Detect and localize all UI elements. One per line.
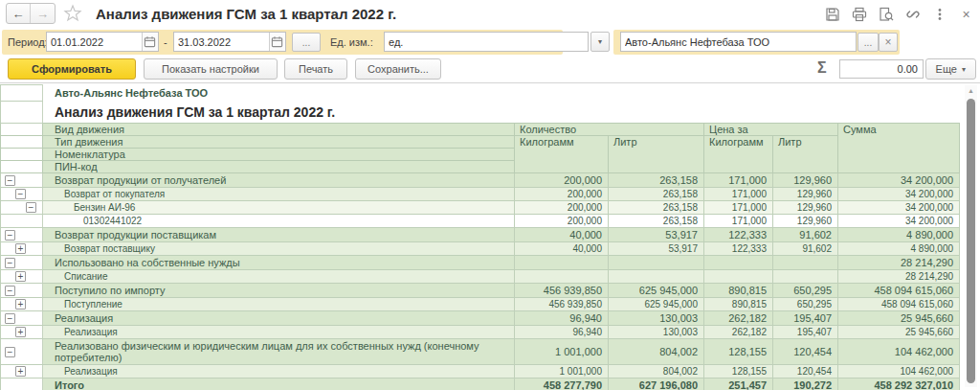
- cell-value[interactable]: 890,815: [704, 284, 773, 298]
- cell-value[interactable]: 1 001,000: [515, 365, 609, 379]
- cell-value[interactable]: 650,295: [773, 298, 838, 311]
- row-label[interactable]: Реализация: [43, 311, 515, 326]
- cell-value[interactable]: 262,182: [704, 311, 773, 326]
- print-button[interactable]: Печать: [284, 58, 347, 80]
- cell-value[interactable]: 96,940: [515, 311, 609, 326]
- cell-value[interactable]: 458 094 615,060: [838, 284, 960, 298]
- collapse-icon[interactable]: −: [5, 230, 15, 241]
- cell-value[interactable]: 171,000: [704, 188, 773, 201]
- cell-value[interactable]: [515, 256, 609, 270]
- cell-value[interactable]: 804,002: [609, 339, 704, 365]
- cell-value[interactable]: 263,158: [609, 173, 704, 188]
- header-row-label[interactable]: Вид движения: [43, 124, 515, 136]
- unit-input[interactable]: [385, 33, 588, 51]
- cell-value[interactable]: 128,155: [704, 339, 773, 365]
- date-from-input[interactable]: [47, 33, 142, 51]
- collapse-icon[interactable]: −: [5, 175, 15, 186]
- header-qty-litr[interactable]: Литр: [609, 136, 704, 173]
- row-label[interactable]: Поступило по импорту: [43, 284, 515, 298]
- expand-icon[interactable]: +: [15, 243, 26, 254]
- header-price-litr[interactable]: Литр: [773, 136, 838, 173]
- row-label[interactable]: Реализация: [43, 365, 515, 379]
- cell-value[interactable]: [773, 256, 838, 270]
- collapse-icon[interactable]: −: [26, 202, 36, 213]
- cell-value[interactable]: 40,000: [515, 242, 609, 256]
- cell-value[interactable]: 91,602: [773, 242, 838, 256]
- cell-value[interactable]: 34 200,000: [838, 188, 960, 201]
- cell-value[interactable]: 130,003: [609, 311, 704, 326]
- cell-value[interactable]: 104 462,000: [838, 339, 960, 365]
- cell-value[interactable]: 200,000: [515, 188, 609, 201]
- cell-value[interactable]: 53,917: [609, 228, 704, 242]
- cell-value[interactable]: 34 200,000: [838, 201, 960, 215]
- cell-value[interactable]: 263,158: [609, 215, 704, 228]
- cell-value[interactable]: [704, 270, 773, 284]
- collapse-icon[interactable]: −: [5, 347, 15, 357]
- cell-value[interactable]: 28 214,290: [838, 270, 960, 284]
- collapse-icon[interactable]: −: [5, 286, 15, 296]
- organization-clear-button[interactable]: ×: [879, 33, 898, 52]
- cell-value[interactable]: 40,000: [515, 228, 609, 242]
- cell-value[interactable]: 458 292 327,010: [838, 379, 960, 390]
- calendar-icon[interactable]: [269, 33, 285, 51]
- row-label[interactable]: Возврат продукции поставщикам: [43, 228, 515, 242]
- cell-value[interactable]: 195,407: [773, 311, 838, 326]
- save-icon[interactable]: [824, 6, 840, 22]
- collapse-icon[interactable]: −: [15, 189, 26, 199]
- cell-value[interactable]: [609, 270, 704, 284]
- calendar-icon[interactable]: [142, 33, 158, 51]
- cell-value[interactable]: 627 196,080: [609, 379, 704, 390]
- cell-value[interactable]: 4 890,000: [838, 242, 960, 256]
- date-to-input[interactable]: [174, 33, 269, 51]
- header-row-label[interactable]: ПИН-код: [43, 161, 515, 173]
- forward-button[interactable]: →: [31, 4, 55, 23]
- cell-value[interactable]: 34 200,000: [838, 215, 960, 228]
- close-icon[interactable]: ×: [958, 6, 974, 22]
- cell-value[interactable]: 34 200,000: [838, 173, 960, 188]
- organization-more-button[interactable]: ...: [858, 33, 879, 52]
- cell-value[interactable]: 4 890,000: [838, 228, 960, 242]
- cell-value[interactable]: [515, 270, 609, 284]
- cell-value[interactable]: 456 939,850: [515, 284, 609, 298]
- cell-value[interactable]: 96,940: [515, 326, 609, 339]
- cell-value[interactable]: 120,454: [773, 339, 838, 365]
- link-icon[interactable]: [904, 6, 921, 22]
- scroll-thumb[interactable]: [967, 99, 975, 383]
- period-more-button[interactable]: ...: [292, 33, 321, 52]
- row-label[interactable]: Реализовано физическим и юридическим лиц…: [43, 339, 515, 365]
- row-label[interactable]: Использовано на собственные нужды: [43, 256, 515, 270]
- unit-dropdown-button[interactable]: ▾: [590, 32, 610, 52]
- favorite-star-icon[interactable]: [63, 4, 82, 27]
- sum-input[interactable]: [839, 59, 924, 79]
- cell-value[interactable]: 263,158: [609, 201, 704, 215]
- cell-value[interactable]: 625 945,000: [609, 284, 704, 298]
- row-label[interactable]: Возврат продукции от получателей: [43, 173, 515, 188]
- cell-value[interactable]: 263,158: [609, 188, 704, 201]
- header-sum[interactable]: Сумма: [838, 124, 960, 173]
- show-settings-button[interactable]: Показать настройки: [144, 58, 278, 80]
- row-label[interactable]: Бензин АИ-96: [43, 201, 515, 215]
- cell-value[interactable]: 171,000: [704, 173, 773, 188]
- cell-value[interactable]: 129,960: [773, 173, 838, 188]
- cell-value[interactable]: 25 945,660: [838, 311, 960, 326]
- cell-value[interactable]: 1 001,000: [515, 339, 609, 365]
- cell-value[interactable]: 458 277,790: [515, 379, 609, 390]
- back-button[interactable]: ←: [7, 4, 31, 23]
- header-qty-kg[interactable]: Килограмм: [515, 136, 609, 173]
- cell-value[interactable]: 200,000: [515, 173, 609, 188]
- cell-value[interactable]: 171,000: [704, 215, 773, 228]
- row-label[interactable]: Возврат поставщику: [43, 242, 515, 256]
- cell-value[interactable]: [773, 270, 838, 284]
- print-icon[interactable]: [851, 6, 867, 22]
- expand-icon[interactable]: +: [15, 327, 26, 337]
- cell-value[interactable]: 890,815: [704, 298, 773, 311]
- cell-value[interactable]: 122,333: [704, 242, 773, 256]
- more-menu-icon[interactable]: [931, 6, 947, 22]
- organization-input[interactable]: [621, 33, 856, 51]
- cell-value[interactable]: 200,000: [515, 201, 609, 215]
- row-label[interactable]: 01302441022: [43, 215, 515, 228]
- cell-value[interactable]: 262,182: [704, 326, 773, 339]
- expand-icon[interactable]: +: [15, 299, 26, 310]
- expand-icon[interactable]: +: [15, 271, 26, 282]
- cell-value[interactable]: 120,454: [773, 365, 838, 379]
